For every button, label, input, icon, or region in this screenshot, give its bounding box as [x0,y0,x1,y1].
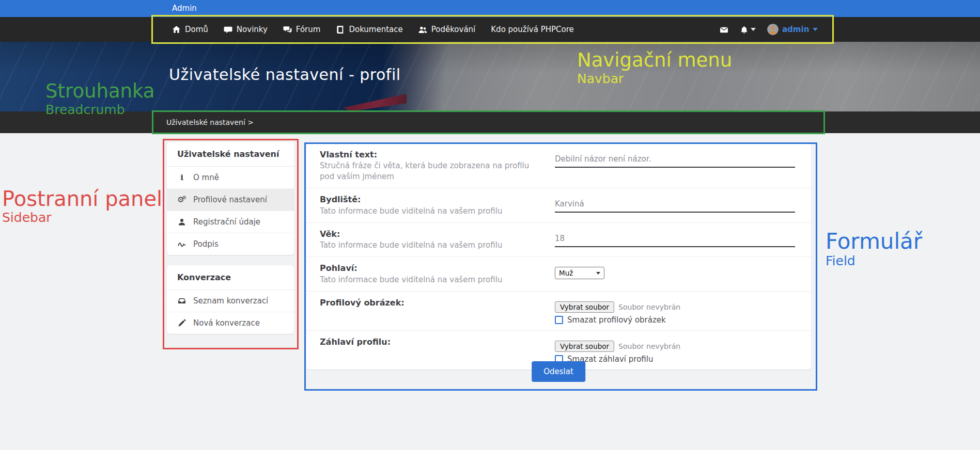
navbar: Domů Novinky Fórum Dokumentace Poděkován… [0,17,980,42]
users-icon [418,25,427,34]
nav-item-thanks[interactable]: Poděkování [418,25,476,34]
nav-item-label: Kdo používá PHPCore [491,25,573,34]
form-row-custom-text: Vlastní text: Stručná fráze či věta, kte… [306,143,811,188]
sidebar-item-registration-data[interactable]: Registrační údaje [167,211,294,233]
user-icon [177,217,186,227]
form-row-profile-image: Profilový obrázek: Vybrat soubor Soubor … [306,292,811,331]
chevron-down-icon [596,272,600,275]
page-title: Uživatelské nastavení - profil [169,66,401,84]
age-input[interactable] [555,233,795,247]
envelope-icon [720,25,728,34]
sidebar-card-user-settings: Uživatelské nastavení i O mně ⚙⚙ Profilo… [167,142,294,255]
sidebar-item-label: Nová konverzace [193,318,260,328]
inbox-icon [177,296,186,306]
checkbox-label: Smazat profilový obrázek [567,315,666,325]
nav-item-forum[interactable]: Fórum [283,25,321,34]
annotation-subtitle: Field [826,254,922,268]
nav-item-home[interactable]: Domů [172,25,208,34]
avatar [767,24,779,35]
sidebar-item-signature[interactable]: Podpis [167,233,294,255]
nav-item-label: Fórum [296,25,321,34]
flag-red-wedge [344,92,407,111]
pencil-icon [177,318,186,328]
field-label: Pohlaví: [320,263,539,274]
field-label: Profilový obrázek: [320,297,539,309]
gender-select-value: Muž [559,269,573,277]
field-description: Tato informace bude viditelná na vašem p… [320,275,539,285]
navbar-right: admin [720,17,818,42]
user-name: admin [782,25,809,34]
form-row-gender: Pohlaví: Tato informace bude viditelná n… [306,257,811,291]
sidebar-section-title: Konverzace [167,265,294,290]
field-description: Tato informace bude viditelná na vašem p… [320,240,539,251]
nav-item-label: Domů [185,25,208,34]
sidebar-card-conversations: Konverzace Seznam konverzací Nová konver… [167,265,294,334]
sidebar-item-conversation-list[interactable]: Seznam konverzací [167,290,294,312]
chevron-down-icon [813,28,818,31]
sidebar-item-profile-settings[interactable]: ⚙⚙ Profilové nastavení [167,189,294,211]
signature-icon [177,239,186,249]
annotation-label-form: Formulář Field [826,230,922,268]
gender-select[interactable]: Muž [555,267,604,279]
custom-text-input[interactable] [555,153,795,168]
book-icon [336,25,345,34]
sidebar-item-new-conversation[interactable]: Nová konverzace [167,312,294,334]
admin-topbar: Admin [0,0,980,17]
sidebar-item-label: O mně [193,173,219,182]
field-label: Věk: [320,229,539,240]
info-icon: i [177,173,186,182]
navbar-menu: Domů Novinky Fórum Dokumentace Poděkován… [172,17,574,42]
sidebar-item-label: Profilové nastavení [193,195,267,204]
sidebar: Uživatelské nastavení i O mně ⚙⚙ Profilo… [167,142,294,334]
bell-icon [740,25,749,34]
notifications-button[interactable] [740,25,756,34]
messages-button[interactable] [720,25,728,34]
annotation-subtitle: Sidebar [2,211,162,224]
sidebar-section-title: Uživatelské nastavení [167,142,294,167]
hero-banner [0,42,980,111]
nav-item-who-uses[interactable]: Kdo používá PHPCore [491,25,573,34]
comment-icon [224,25,232,34]
sidebar-item-label: Seznam konverzací [193,296,268,306]
gears-icon: ⚙⚙ [177,195,186,204]
residence-input[interactable] [555,198,795,213]
user-menu[interactable]: admin [767,24,818,35]
profile-settings-form: Vlastní text: Stručná fráze či věta, kte… [306,143,811,369]
profile-image-file-button[interactable]: Vybrat soubor [555,301,614,313]
breadcrumb-bar: Uživatelské nastavení > [0,111,980,133]
annotation-label-sidebar: Postranní panel Sidebar [2,188,162,224]
nav-item-label: Dokumentace [349,25,402,34]
form-row-residence: Bydliště: Tato informace bude viditelná … [306,188,811,222]
sidebar-item-label: Registrační údaje [193,217,260,227]
field-label: Záhlaví profilu: [320,336,539,348]
nav-item-label: Novinky [237,25,268,34]
file-status: Soubor nevybrán [618,342,680,350]
profile-header-file-button[interactable]: Vybrat soubor [555,341,614,352]
breadcrumb[interactable]: Uživatelské nastavení > [166,118,254,126]
sidebar-item-label: Podpis [193,239,219,249]
comments-icon [283,25,292,34]
nav-item-label: Poděkování [431,25,476,34]
annotation-title: Postranní panel [2,188,162,210]
field-label: Bydliště: [320,194,539,205]
field-description: Stručná fráze či věta, která bude zobraz… [320,160,539,182]
field-description: Tato informace bude viditelná na vašem p… [320,206,539,217]
nav-item-news[interactable]: Novinky [224,25,268,34]
form-row-age: Věk: Tato informace bude viditelná na va… [306,223,811,257]
admin-topbar-label[interactable]: Admin [172,4,197,13]
delete-profile-image-checkbox[interactable] [555,316,563,324]
submit-button[interactable]: Odeslat [532,361,585,382]
field-label: Vlastní text: [320,149,539,160]
home-icon [172,25,181,34]
chevron-down-icon [751,28,756,31]
nav-item-docs[interactable]: Dokumentace [336,25,402,34]
file-status: Soubor nevybrán [618,303,680,311]
sidebar-item-about-me[interactable]: i O mně [167,167,294,189]
annotation-title: Formulář [826,230,922,253]
